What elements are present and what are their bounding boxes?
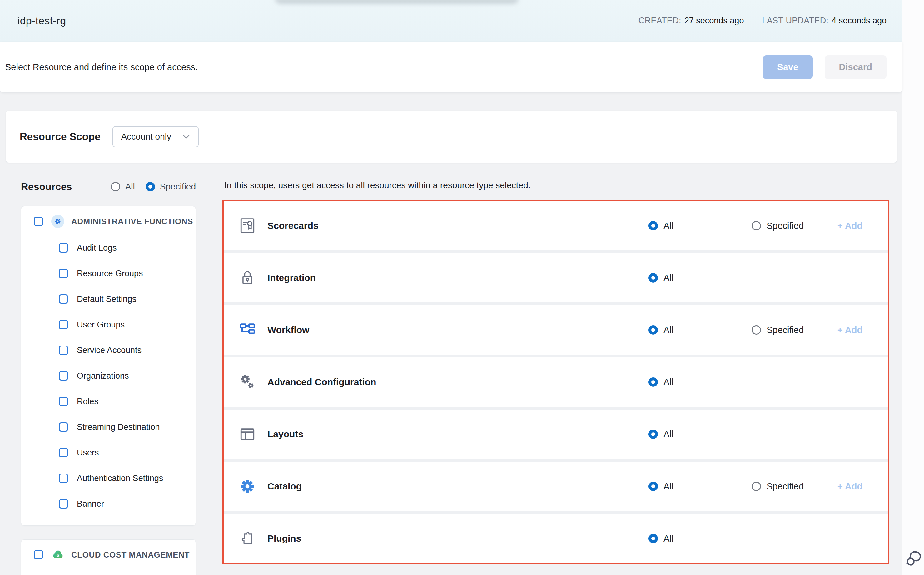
all-option[interactable]: All [648, 325, 752, 335]
chat-bubbles-icon[interactable] [905, 550, 922, 567]
chevron-down-icon [182, 134, 190, 140]
row-separator [224, 459, 888, 462]
resources-specified-radio[interactable] [146, 182, 155, 191]
resources-all-option[interactable]: All [111, 182, 135, 192]
specified-option[interactable]: Specified [752, 221, 824, 231]
resource-item-label: Organizations [77, 371, 129, 381]
resource-type-label: Catalog [268, 481, 648, 492]
resource-type-label: Plugins [268, 533, 648, 544]
resource-checkbox[interactable] [59, 371, 68, 381]
group-name: ADMINISTRATIVE FUNCTIONS [71, 217, 193, 226]
resource-scope-dropdown[interactable]: Account only [112, 126, 199, 147]
resources-specified-label: Specified [160, 182, 196, 192]
created-label: CREATED: [639, 16, 681, 25]
resource-list-item[interactable]: Service Accounts [34, 337, 189, 363]
save-button[interactable]: Save [763, 55, 813, 79]
group-header: ADMINISTRATIVE FUNCTIONS [34, 214, 189, 228]
all-radio[interactable] [648, 377, 658, 387]
resource-item-label: Resource Groups [77, 269, 143, 278]
resource-checkbox[interactable] [59, 499, 68, 508]
resource-item-label: Banner [77, 499, 104, 509]
resource-type-row: Integration All Specified [224, 253, 888, 302]
resource-item-label: Audit Logs [77, 243, 117, 253]
resource-checkbox[interactable] [59, 473, 68, 483]
all-option[interactable]: All [648, 377, 752, 388]
specified-radio[interactable] [752, 325, 761, 335]
resource-list-item[interactable]: Authentication Settings [34, 465, 189, 491]
resource-types-box: Scorecards All Specified + Add [222, 200, 889, 564]
resource-list-item[interactable]: Default Settings [34, 286, 189, 312]
resource-checkbox[interactable] [59, 346, 68, 355]
page-title: idp-test-rg [18, 15, 66, 27]
discard-button[interactable]: Discard [825, 55, 887, 79]
resources-specified-option[interactable]: Specified [146, 182, 196, 192]
resource-list-item[interactable]: Roles [34, 389, 189, 414]
all-radio[interactable] [648, 429, 658, 439]
all-option[interactable]: All [648, 429, 752, 440]
toolbar: Select Resource and define its scope of … [0, 42, 902, 92]
add-button[interactable]: + Add [824, 481, 876, 492]
header-meta: CREATED: 27 seconds ago LAST UPDATED: 4 … [639, 14, 887, 27]
all-radio[interactable] [648, 273, 658, 283]
add-button[interactable]: + Add [824, 325, 876, 335]
all-option[interactable]: All [648, 481, 752, 492]
resource-list-item[interactable]: Banner [34, 491, 189, 517]
resource-list-item[interactable]: Recommendations [34, 569, 189, 575]
resource-checkbox[interactable] [59, 243, 68, 253]
gears-icon [239, 373, 256, 391]
resource-type-row: Workflow All Specified + Add [224, 305, 888, 354]
specified-radio[interactable] [752, 482, 761, 491]
resource-checkbox[interactable] [59, 269, 68, 278]
cloud-dollar-icon: $ [51, 548, 64, 561]
all-radio[interactable] [648, 325, 658, 335]
resource-list-item[interactable]: Resource Groups [34, 260, 189, 286]
resource-scope-card: Resource Scope Account only [6, 111, 897, 163]
resource-checkbox[interactable] [59, 397, 68, 406]
all-radio[interactable] [648, 482, 658, 491]
group-checkbox[interactable] [34, 217, 43, 226]
resource-type-row: Plugins All Specified [224, 514, 888, 563]
resources-all-radio[interactable] [111, 182, 120, 191]
add-button[interactable]: + Add [824, 221, 876, 231]
all-radio[interactable] [648, 534, 658, 543]
resource-list-item[interactable]: User Groups [34, 312, 189, 337]
right-gutter [902, 0, 924, 575]
specified-option[interactable]: Specified [752, 481, 824, 492]
resource-item-label: Authentication Settings [77, 473, 163, 483]
last-updated-value: 4 seconds ago [832, 16, 887, 25]
all-option[interactable]: All [648, 273, 752, 283]
resource-list-item[interactable]: Audit Logs [34, 235, 189, 260]
specified-radio[interactable] [752, 221, 761, 230]
resource-checkbox[interactable] [59, 294, 68, 304]
group-checkbox[interactable] [34, 550, 43, 559]
resource-type-label: Integration [268, 273, 648, 283]
row-separator [224, 511, 888, 514]
resource-list-item[interactable]: Streaming Destination [34, 414, 189, 440]
all-option[interactable]: All [648, 534, 752, 544]
workflow-icon [239, 321, 256, 339]
all-radio[interactable] [648, 221, 658, 230]
resource-type-label: Layouts [268, 429, 648, 440]
all-option[interactable]: All [648, 221, 752, 231]
resource-checkbox[interactable] [59, 320, 68, 329]
admin-gear-icon [51, 215, 64, 228]
resource-type-row: Catalog All Specified + Add [224, 462, 888, 511]
resource-item-label: User Groups [77, 320, 125, 330]
resource-item-label: Service Accounts [77, 346, 142, 355]
resource-list-item[interactable]: Organizations [34, 363, 189, 389]
resource-list-item[interactable]: Users [34, 440, 189, 465]
scope-section: In this scope, users get access to all r… [222, 179, 889, 564]
resource-item-label: Default Settings [77, 294, 137, 304]
created-value: 27 seconds ago [684, 16, 744, 25]
resource-group-card-administrative: ADMINISTRATIVE FUNCTIONS Audit Logs Reso… [21, 206, 196, 526]
layout-icon [239, 426, 256, 443]
top-shadow-decoration [275, 0, 519, 4]
resource-checkbox[interactable] [59, 448, 68, 457]
row-separator [224, 250, 888, 253]
lock-icon [239, 269, 256, 287]
specified-option[interactable]: Specified [752, 325, 824, 335]
resource-checkbox[interactable] [59, 423, 68, 432]
resources-title: Resources [21, 181, 72, 192]
resource-scope-selected: Account only [121, 132, 171, 142]
row-separator [224, 354, 888, 357]
